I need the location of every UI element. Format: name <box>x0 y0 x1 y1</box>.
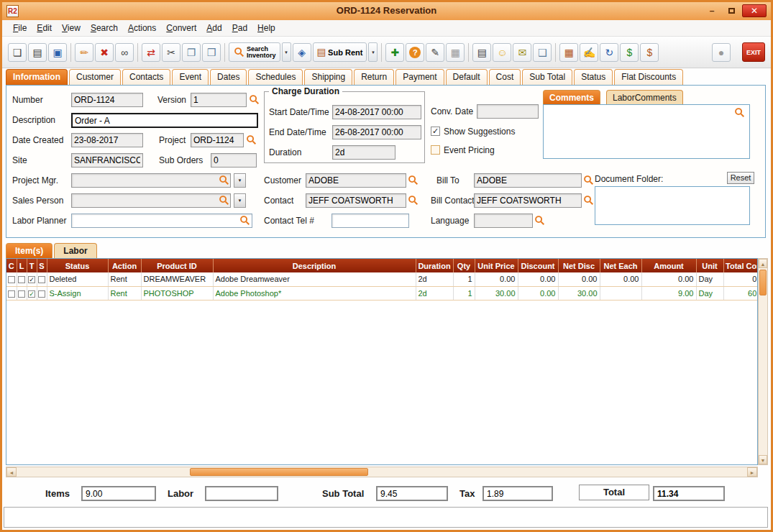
date-created-field[interactable] <box>71 133 143 147</box>
cell-action[interactable]: Rent <box>108 286 141 300</box>
labor-total-field[interactable] <box>205 486 278 501</box>
col-duration[interactable]: Duration <box>416 259 453 272</box>
row-checkbox[interactable] <box>28 290 35 298</box>
bill-contact-field[interactable] <box>474 193 582 208</box>
scroll-up-icon[interactable]: ▲ <box>759 259 767 268</box>
new-button[interactable]: ❏ <box>8 43 27 62</box>
minimize-button[interactable]: – <box>703 4 721 17</box>
cut-button[interactable]: ✂ <box>162 43 180 62</box>
drop-button[interactable]: ◈ <box>293 43 311 62</box>
tab-schedules[interactable]: Schedules <box>248 69 303 85</box>
smiley-button[interactable]: ☺ <box>493 43 511 62</box>
tab-cost[interactable]: Cost <box>489 69 521 85</box>
tab-payment[interactable]: Payment <box>395 69 444 85</box>
copy-button[interactable]: ❐ <box>182 43 201 62</box>
search-icon[interactable] <box>583 195 595 206</box>
col-qty[interactable]: Qty <box>453 259 475 272</box>
delete-button[interactable]: ✖ <box>95 43 114 62</box>
col-product-id[interactable]: Product ID <box>141 259 213 272</box>
mail-button[interactable]: ✉ <box>513 43 531 62</box>
table-row[interactable]: S-Assign Rent PHOTOSHOP Adobe Photoshop*… <box>6 286 758 300</box>
cell-t[interactable] <box>27 286 37 300</box>
tab-shipping[interactable]: Shipping <box>304 69 352 85</box>
language-field[interactable] <box>474 214 533 228</box>
number-field[interactable] <box>71 93 143 107</box>
search-icon[interactable] <box>583 175 595 186</box>
scroll-left-icon[interactable]: ◄ <box>6 467 17 477</box>
edit-pad-button[interactable]: ✍ <box>580 43 598 62</box>
table-row[interactable]: Deleted Rent DREAMWEAVER Adobe Dreamweav… <box>6 272 758 286</box>
col-description[interactable]: Description <box>213 259 416 272</box>
scroll-right-icon[interactable]: ► <box>747 467 757 477</box>
cell-unit-price[interactable]: 0.00 <box>475 272 518 286</box>
cell-l[interactable] <box>17 286 27 300</box>
chevron-down-icon[interactable]: ▼ <box>234 173 246 188</box>
start-field[interactable] <box>332 105 421 119</box>
col-net-disc[interactable]: Net Disc <box>558 259 600 272</box>
scroll-thumb[interactable] <box>190 468 368 476</box>
col-status[interactable]: Status <box>47 259 108 272</box>
tab-labor[interactable]: Labor <box>54 243 96 258</box>
tab-return[interactable]: Return <box>354 69 394 85</box>
col-unit-price[interactable]: Unit Price <box>475 259 518 272</box>
search-icon[interactable] <box>219 195 230 206</box>
row-checkbox[interactable] <box>8 290 15 298</box>
transfer-button[interactable]: ⇄ <box>142 43 160 62</box>
total-field[interactable] <box>653 486 725 501</box>
menu-edit[interactable]: Edit <box>32 22 57 35</box>
tab-sub-total[interactable]: Sub Total <box>522 69 572 85</box>
refresh-button[interactable]: ↻ <box>600 43 618 62</box>
cell-net-each[interactable]: 0.00 <box>600 272 641 286</box>
pad-button[interactable]: ▦ <box>446 43 465 62</box>
search-icon[interactable] <box>246 134 257 146</box>
cell-product-id[interactable]: PHOTOSHOP <box>141 286 213 300</box>
conv-date-field[interactable] <box>477 104 539 119</box>
cell-unit[interactable]: Day <box>696 272 723 286</box>
search-icon[interactable] <box>219 175 230 186</box>
titlebar[interactable]: R2 ORD-1124 Reservation – ✕ <box>2 2 771 20</box>
col-net-each[interactable]: Net Each <box>600 259 641 272</box>
find-button[interactable]: ∞ <box>115 43 134 62</box>
scroll-down-icon[interactable]: ▼ <box>759 455 767 464</box>
tax-field[interactable] <box>482 486 553 501</box>
print-button[interactable]: ▤ <box>28 43 47 62</box>
end-field[interactable] <box>332 125 421 139</box>
description-field[interactable] <box>71 113 258 128</box>
cell-discount[interactable]: 0.00 <box>518 286 558 300</box>
row-checkbox[interactable] <box>28 276 35 283</box>
event-pricing-checkbox[interactable] <box>431 145 440 155</box>
cell-c[interactable] <box>6 286 17 300</box>
money-button[interactable]: $ <box>620 43 639 62</box>
col-amount[interactable]: Amount <box>641 259 696 272</box>
menu-view[interactable]: View <box>57 22 86 35</box>
search-icon[interactable] <box>239 215 251 226</box>
save-button[interactable]: ▣ <box>48 43 67 62</box>
col-action[interactable]: Action <box>108 259 141 272</box>
tab-information[interactable]: Information <box>6 69 68 85</box>
comment-button[interactable]: ● <box>712 43 731 62</box>
scroll-thumb[interactable] <box>759 270 767 295</box>
items-total-field[interactable] <box>81 486 156 501</box>
cell-unit[interactable]: Day <box>696 286 723 300</box>
sub-rent-dropdown[interactable]: ▼ <box>368 42 378 62</box>
search-inventory-dropdown[interactable]: ▼ <box>282 42 291 62</box>
comments-box[interactable] <box>543 104 750 159</box>
project-field[interactable] <box>191 133 244 147</box>
sub-total-field[interactable] <box>376 486 448 501</box>
cell-net-disc[interactable]: 0.00 <box>558 272 600 286</box>
sub-rent-button[interactable]: ▤ Sub Rent <box>313 42 367 62</box>
cell-discount[interactable]: 0.00 <box>518 272 558 286</box>
cubes-button[interactable]: ▦ <box>559 43 578 62</box>
money-cubes-button[interactable]: $ <box>640 43 659 62</box>
col-s[interactable]: S <box>37 259 47 272</box>
cell-duration[interactable]: 2d <box>416 272 453 286</box>
notes-button[interactable]: ✎ <box>426 43 444 62</box>
search-icon[interactable] <box>249 94 260 106</box>
contact-tel-field[interactable] <box>331 214 409 228</box>
vertical-scrollbar[interactable]: ▲ ▼ <box>758 258 768 465</box>
cell-s[interactable] <box>37 286 47 300</box>
edit-button[interactable]: ✏ <box>75 43 93 62</box>
cell-t[interactable] <box>27 272 37 286</box>
project-mgr-field[interactable] <box>71 173 231 188</box>
search-icon[interactable] <box>408 195 419 206</box>
